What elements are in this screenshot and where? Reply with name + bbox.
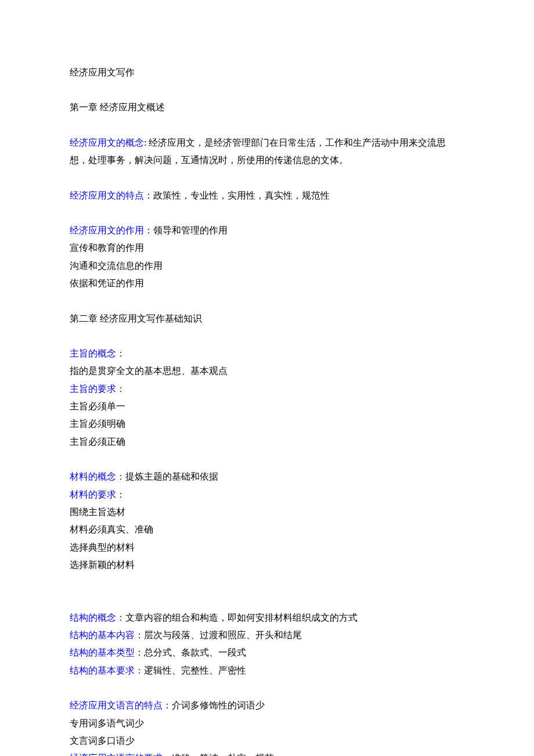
ch2-lang-feature-label: 经济应用文语言的特点：: [70, 700, 172, 710]
ch2-structure-content-label: 结构的基本内容：: [70, 630, 144, 640]
chapter-2-heading: 第二章 经济应用文写作基础知识: [70, 310, 464, 327]
ch2-structure-concept-text: 文章内容的组合和构造，即如何安排材料组织成文的方式: [125, 613, 358, 622]
ch1-features-text: 政策性，专业性，实用性，真实性，规范性: [153, 190, 330, 200]
ch2-material-req-0: 围绕主旨选材: [70, 503, 464, 521]
ch1-role-3: 依据和凭证的作用: [70, 275, 464, 292]
ch1-concept: 经济应用文的概念: 经济应用文，是经济管理部门在日常生活，工作和生产活动中用来交…: [70, 134, 464, 170]
ch2-structure-req-label: 结构的基本要求：: [70, 665, 144, 675]
ch2-lang-feature-1: 专用词多语气词少: [70, 715, 464, 732]
ch2-structure-type: 结构的基本类型：总分式、条款式、一段式: [70, 644, 464, 661]
ch2-topic-concept-label: 主旨的概念：: [70, 345, 464, 362]
ch2-material-req-2: 选择典型的材料: [70, 539, 464, 556]
ch2-material-concept-text: 提炼主题的基础和依据: [125, 471, 218, 481]
ch2-structure-concept-label: 结构的概念：: [70, 613, 125, 622]
ch1-features: 经济应用文的特点：政策性，专业性，实用性，真实性，规范性: [70, 187, 464, 204]
ch2-material-concept: 材料的概念：提炼主题的基础和依据: [70, 468, 464, 485]
document-page: 经济应用文写作 第一章 经济应用文概述 经济应用文的概念: 经济应用文，是经济管…: [0, 0, 534, 756]
document-title: 经济应用文写作: [70, 64, 464, 81]
ch2-lang-req-text: 准确、简洁、朴实、规范: [172, 753, 274, 756]
ch2-lang-feature-2: 文言词多口语少: [70, 732, 464, 750]
ch2-structure-concept: 结构的概念：文章内容的组合和构造，即如何安排材料组织成文的方式: [70, 609, 464, 627]
ch2-material-req-label: 材料的要求：: [70, 486, 464, 503]
ch1-role-2: 沟通和交流信息的作用: [70, 257, 464, 275]
ch1-roles-label: 经济应用文的作用：: [70, 225, 153, 235]
ch2-structure-req-text: 逻辑性、完整性、严密性: [144, 665, 246, 675]
ch2-lang-feature-0: 介词多修饰性的词语少: [172, 700, 265, 710]
chapter-1-heading: 第一章 经济应用文概述: [70, 99, 464, 116]
ch2-structure-content-text: 层次与段落、过渡和照应、开头和结尾: [144, 630, 302, 640]
ch2-lang-req-label: 经济应用文语言的要求：: [70, 753, 172, 756]
ch2-structure-type-label: 结构的基本类型：: [70, 647, 144, 657]
ch2-topic-concept-text: 指的是贯穿全文的基本思想、基本观点: [70, 362, 464, 380]
ch1-features-label: 经济应用文的特点：: [70, 190, 153, 200]
ch2-structure-type-text: 总分式、条款式、一段式: [144, 647, 246, 657]
ch2-material-concept-label: 材料的概念：: [70, 471, 125, 481]
ch2-material-req-3: 选择新颖的材料: [70, 556, 464, 574]
ch2-structure-content: 结构的基本内容：层次与段落、过渡和照应、开头和结尾: [70, 627, 464, 644]
ch2-topic-req-1: 主旨必须明确: [70, 415, 464, 433]
ch2-material-req-1: 材料必须真实、准确: [70, 521, 464, 538]
ch2-structure-req: 结构的基本要求：逻辑性、完整性、严密性: [70, 662, 464, 679]
ch2-lang-req: 经济应用文语言的要求：准确、简洁、朴实、规范: [70, 750, 464, 756]
ch2-topic-req-0: 主旨必须单一: [70, 398, 464, 415]
ch1-roles-line1: 经济应用文的作用：领导和管理的作用: [70, 222, 464, 239]
ch2-lang-feature-line1: 经济应用文语言的特点：介词多修饰性的词语少: [70, 697, 464, 714]
ch2-topic-req-label: 主旨的要求：: [70, 380, 464, 398]
ch2-topic-req-2: 主旨必须正确: [70, 433, 464, 451]
ch1-concept-label: 经济应用文的概念: [70, 138, 144, 147]
ch1-role-0: 领导和管理的作用: [153, 225, 228, 235]
ch1-role-1: 宣传和教育的作用: [70, 239, 464, 257]
